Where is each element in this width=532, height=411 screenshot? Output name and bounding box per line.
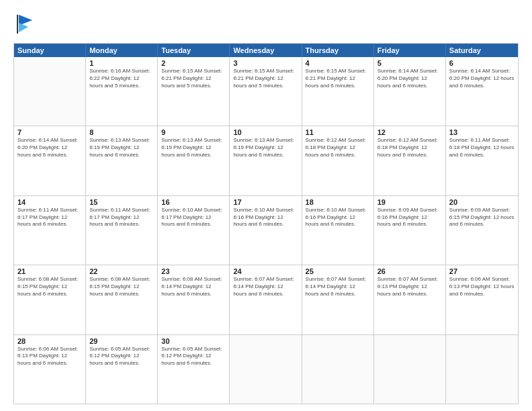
day-number: 15	[89, 198, 154, 206]
day-info: Sunrise: 6:07 AM Sunset: 6:13 PM Dayligh…	[378, 276, 442, 298]
day-cell-empty-4-6	[446, 335, 518, 404]
day-number: 2	[161, 59, 226, 67]
day-cell-25: 25Sunrise: 6:07 AM Sunset: 6:14 PM Dayli…	[302, 265, 374, 334]
day-info: Sunrise: 6:14 AM Sunset: 6:20 PM Dayligh…	[378, 68, 442, 89]
day-cell-16: 16Sunrise: 6:10 AM Sunset: 6:17 PM Dayli…	[158, 196, 230, 265]
calendar-row-4: 21Sunrise: 6:08 AM Sunset: 6:15 PM Dayli…	[14, 265, 518, 334]
day-cell-26: 26Sunrise: 6:07 AM Sunset: 6:13 PM Dayli…	[374, 265, 446, 334]
day-info: Sunrise: 6:10 AM Sunset: 6:17 PM Dayligh…	[161, 207, 226, 228]
day-cell-3: 3Sunrise: 6:15 AM Sunset: 6:21 PM Daylig…	[230, 57, 302, 126]
day-cell-9: 9Sunrise: 6:13 AM Sunset: 6:19 PM Daylig…	[158, 126, 230, 195]
day-info: Sunrise: 6:09 AM Sunset: 6:15 PM Dayligh…	[449, 207, 515, 228]
day-info: Sunrise: 6:11 AM Sunset: 6:17 PM Dayligh…	[89, 207, 154, 228]
header-day-wednesday: Wednesday	[230, 44, 302, 57]
day-cell-7: 7Sunrise: 6:14 AM Sunset: 6:20 PM Daylig…	[14, 126, 86, 195]
day-cell-19: 19Sunrise: 6:09 AM Sunset: 6:16 PM Dayli…	[374, 196, 446, 265]
day-cell-15: 15Sunrise: 6:11 AM Sunset: 6:17 PM Dayli…	[86, 196, 158, 265]
day-cell-10: 10Sunrise: 6:13 AM Sunset: 6:19 PM Dayli…	[230, 126, 302, 195]
day-number: 25	[306, 267, 370, 275]
day-number: 1	[89, 59, 154, 67]
logo-icon	[13, 12, 38, 36]
day-cell-empty-4-4	[302, 335, 374, 404]
day-number: 27	[449, 267, 515, 275]
day-number: 16	[161, 198, 226, 206]
day-number: 7	[17, 128, 82, 136]
day-info: Sunrise: 6:16 AM Sunset: 6:22 PM Dayligh…	[89, 68, 154, 89]
calendar-body: 1Sunrise: 6:16 AM Sunset: 6:22 PM Daylig…	[14, 57, 518, 404]
day-number: 5	[378, 59, 442, 67]
day-number: 6	[449, 59, 515, 67]
day-cell-empty-4-3	[230, 335, 302, 404]
day-cell-22: 22Sunrise: 6:08 AM Sunset: 6:15 PM Dayli…	[86, 265, 158, 334]
day-number: 13	[449, 128, 515, 136]
day-number: 14	[17, 198, 82, 206]
day-number: 3	[233, 59, 298, 67]
day-info: Sunrise: 6:06 AM Sunset: 6:13 PM Dayligh…	[17, 346, 82, 367]
day-cell-21: 21Sunrise: 6:08 AM Sunset: 6:15 PM Dayli…	[14, 265, 86, 334]
day-cell-24: 24Sunrise: 6:07 AM Sunset: 6:14 PM Dayli…	[230, 265, 302, 334]
day-cell-17: 17Sunrise: 6:10 AM Sunset: 6:16 PM Dayli…	[230, 196, 302, 265]
calendar-row-5: 28Sunrise: 6:06 AM Sunset: 6:13 PM Dayli…	[14, 335, 518, 404]
day-number: 17	[233, 198, 298, 206]
header-day-friday: Friday	[374, 44, 446, 57]
day-number: 24	[233, 267, 298, 275]
day-cell-6: 6Sunrise: 6:14 AM Sunset: 6:20 PM Daylig…	[446, 57, 518, 126]
day-info: Sunrise: 6:14 AM Sunset: 6:20 PM Dayligh…	[449, 68, 515, 89]
day-number: 12	[378, 128, 442, 136]
header-day-thursday: Thursday	[302, 44, 374, 57]
day-info: Sunrise: 6:05 AM Sunset: 6:12 PM Dayligh…	[89, 346, 154, 367]
day-info: Sunrise: 6:08 AM Sunset: 6:15 PM Dayligh…	[17, 276, 82, 298]
day-cell-30: 30Sunrise: 6:05 AM Sunset: 6:12 PM Dayli…	[158, 335, 230, 404]
day-info: Sunrise: 6:12 AM Sunset: 6:18 PM Dayligh…	[378, 137, 442, 158]
day-cell-8: 8Sunrise: 6:13 AM Sunset: 6:19 PM Daylig…	[86, 126, 158, 195]
day-number: 8	[89, 128, 154, 136]
day-cell-27: 27Sunrise: 6:06 AM Sunset: 6:13 PM Dayli…	[446, 265, 518, 334]
day-number: 11	[306, 128, 370, 136]
day-cell-14: 14Sunrise: 6:11 AM Sunset: 6:17 PM Dayli…	[14, 196, 86, 265]
day-info: Sunrise: 6:13 AM Sunset: 6:19 PM Dayligh…	[233, 137, 298, 158]
day-cell-5: 5Sunrise: 6:14 AM Sunset: 6:20 PM Daylig…	[374, 57, 446, 126]
day-info: Sunrise: 6:10 AM Sunset: 6:16 PM Dayligh…	[306, 207, 370, 228]
day-cell-4: 4Sunrise: 6:15 AM Sunset: 6:21 PM Daylig…	[302, 57, 374, 126]
day-number: 9	[161, 128, 226, 136]
day-cell-23: 23Sunrise: 6:08 AM Sunset: 6:14 PM Dayli…	[158, 265, 230, 334]
day-number: 10	[233, 128, 298, 136]
day-info: Sunrise: 6:08 AM Sunset: 6:15 PM Dayligh…	[89, 276, 154, 298]
day-cell-empty-0-0	[14, 57, 86, 126]
day-info: Sunrise: 6:15 AM Sunset: 6:21 PM Dayligh…	[306, 68, 370, 89]
day-cell-1: 1Sunrise: 6:16 AM Sunset: 6:22 PM Daylig…	[86, 57, 158, 126]
day-number: 22	[89, 267, 154, 275]
day-number: 29	[89, 337, 154, 345]
day-number: 4	[306, 59, 370, 67]
day-info: Sunrise: 6:07 AM Sunset: 6:14 PM Dayligh…	[233, 276, 298, 298]
day-cell-12: 12Sunrise: 6:12 AM Sunset: 6:18 PM Dayli…	[374, 126, 446, 195]
day-cell-13: 13Sunrise: 6:11 AM Sunset: 6:18 PM Dayli…	[446, 126, 518, 195]
calendar-row-2: 7Sunrise: 6:14 AM Sunset: 6:20 PM Daylig…	[14, 126, 518, 195]
day-info: Sunrise: 6:13 AM Sunset: 6:19 PM Dayligh…	[89, 137, 154, 158]
header-day-tuesday: Tuesday	[158, 44, 230, 57]
day-number: 23	[161, 267, 226, 275]
logo	[13, 12, 38, 36]
day-info: Sunrise: 6:11 AM Sunset: 6:17 PM Dayligh…	[17, 207, 82, 228]
day-cell-29: 29Sunrise: 6:05 AM Sunset: 6:12 PM Dayli…	[86, 335, 158, 404]
header-day-monday: Monday	[86, 44, 158, 57]
header	[13, 12, 519, 36]
day-info: Sunrise: 6:07 AM Sunset: 6:14 PM Dayligh…	[306, 276, 370, 298]
header-day-sunday: Sunday	[14, 44, 86, 57]
day-info: Sunrise: 6:09 AM Sunset: 6:16 PM Dayligh…	[378, 207, 442, 228]
day-info: Sunrise: 6:13 AM Sunset: 6:19 PM Dayligh…	[161, 137, 226, 158]
calendar-header: SundayMondayTuesdayWednesdayThursdayFrid…	[14, 44, 518, 57]
day-number: 30	[161, 337, 226, 345]
day-number: 18	[306, 198, 370, 206]
day-number: 21	[17, 267, 82, 275]
day-info: Sunrise: 6:12 AM Sunset: 6:18 PM Dayligh…	[306, 137, 370, 158]
day-cell-empty-4-5	[374, 335, 446, 404]
header-day-saturday: Saturday	[446, 44, 518, 57]
day-number: 28	[17, 337, 82, 345]
day-cell-20: 20Sunrise: 6:09 AM Sunset: 6:15 PM Dayli…	[446, 196, 518, 265]
day-cell-28: 28Sunrise: 6:06 AM Sunset: 6:13 PM Dayli…	[14, 335, 86, 404]
calendar-row-1: 1Sunrise: 6:16 AM Sunset: 6:22 PM Daylig…	[14, 57, 518, 126]
day-info: Sunrise: 6:05 AM Sunset: 6:12 PM Dayligh…	[161, 346, 226, 367]
page: SundayMondayTuesdayWednesdayThursdayFrid…	[0, 0, 532, 411]
day-info: Sunrise: 6:11 AM Sunset: 6:18 PM Dayligh…	[449, 137, 515, 158]
